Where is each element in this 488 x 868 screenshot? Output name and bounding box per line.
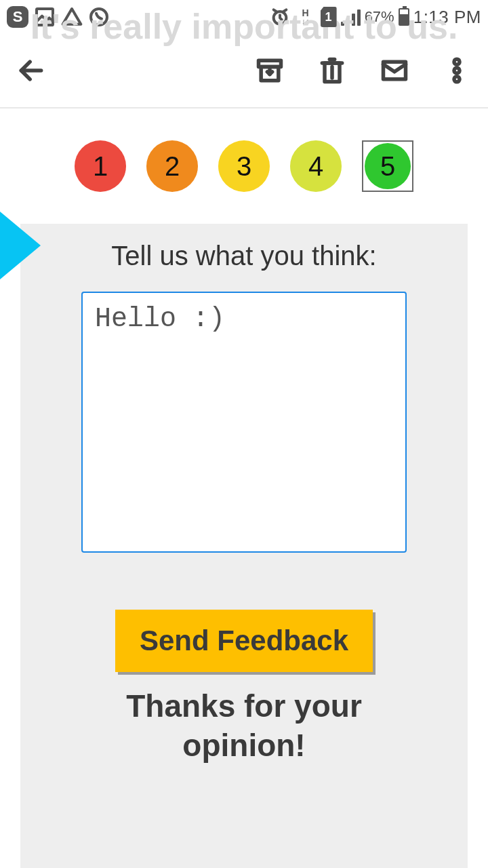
rating-option-1[interactable]: 1: [75, 140, 126, 192]
rating-option-4[interactable]: 4: [290, 140, 342, 192]
svg-point-18: [454, 68, 460, 73]
viber-icon: [88, 6, 110, 28]
rating-circle: 2: [146, 140, 198, 192]
picture-icon: [34, 6, 56, 28]
rating-circle: 4: [290, 140, 342, 192]
rating-option-5[interactable]: 5: [362, 140, 413, 192]
data-type-label: H: [302, 8, 309, 18]
rating-circle: 3: [218, 140, 270, 192]
send-feedback-button[interactable]: Send Feedback: [115, 610, 373, 672]
feedback-panel: Tell us what you think: Send Feedback Th…: [20, 224, 468, 868]
rating-option-2[interactable]: 2: [146, 140, 198, 192]
signal-icon: [341, 8, 361, 26]
svg-point-17: [454, 59, 460, 64]
battery-percent: 67%: [365, 8, 394, 26]
battery-icon: [399, 8, 409, 26]
back-button[interactable]: [14, 53, 49, 88]
rating-option-3[interactable]: 3: [218, 140, 270, 192]
svg-point-19: [454, 77, 460, 82]
accent-triangle: [0, 212, 41, 279]
feedback-input[interactable]: [81, 292, 407, 553]
svg-line-7: [283, 9, 286, 12]
status-bar: S H ↓↑ 1 67% 1:13 PM: [0, 0, 488, 34]
mail-button[interactable]: [377, 53, 412, 88]
rating-circle: 1: [75, 140, 126, 192]
clock-time: 1:13 PM: [413, 7, 481, 28]
app-bar: [0, 34, 488, 108]
rating-strip: 12345: [0, 108, 488, 224]
delete-button[interactable]: [314, 53, 350, 88]
more-button[interactable]: [439, 53, 474, 88]
thanks-message: Thanks for your opinion!: [81, 687, 407, 765]
data-icon: H ↓↑: [295, 6, 317, 28]
skype-icon: S: [7, 6, 28, 28]
svg-line-6: [273, 9, 276, 12]
sim-icon: 1: [321, 7, 337, 27]
sim-label: 1: [325, 10, 332, 24]
archive-button[interactable]: [252, 53, 287, 88]
warning-icon: [61, 6, 83, 28]
alarm-icon: [269, 6, 291, 28]
svg-point-3: [70, 20, 73, 22]
rating-circle: 5: [365, 143, 411, 189]
feedback-prompt: Tell us what you think:: [81, 241, 407, 271]
